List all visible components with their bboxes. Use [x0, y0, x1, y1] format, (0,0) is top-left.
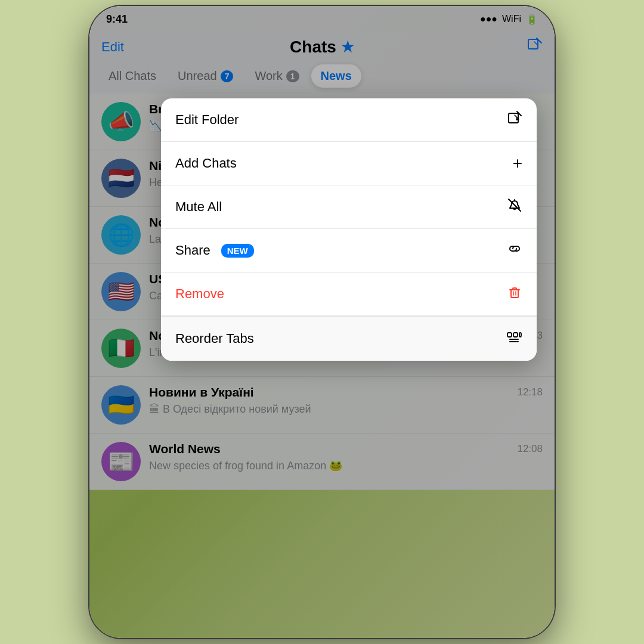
svg-rect-2: [511, 290, 518, 298]
new-badge: NEW: [221, 244, 254, 258]
context-menu: Edit Folder Add Chats + Mut: [161, 98, 537, 361]
link-icon: [507, 241, 522, 260]
menu-item-label: Edit Folder: [175, 112, 239, 128]
phone-frame: 9:41 ●●● WiFi 🔋 Edit Chats ★: [89, 6, 555, 638]
menu-item-label: Mute All: [175, 199, 222, 215]
svg-rect-5: [519, 333, 521, 337]
menu-item-label: Add Chats: [175, 156, 237, 171]
menu-item-share[interactable]: Share NEW: [161, 229, 537, 273]
bell-slash-icon: [507, 197, 522, 216]
plus-icon: +: [513, 154, 522, 173]
reorder-icon: [506, 329, 522, 349]
menu-item-mute-all[interactable]: Mute All: [161, 185, 537, 229]
menu-item-label: Share NEW: [175, 243, 254, 258]
svg-rect-4: [513, 333, 518, 337]
menu-item-label: Remove: [175, 286, 224, 302]
menu-item-label: Reorder Tabs: [175, 331, 254, 346]
menu-item-edit-folder[interactable]: Edit Folder: [161, 98, 537, 142]
menu-item-remove[interactable]: Remove: [161, 273, 537, 316]
trash-icon: [507, 284, 522, 304]
menu-item-reorder-tabs[interactable]: Reorder Tabs: [161, 317, 537, 361]
edit-folder-icon: [507, 110, 522, 129]
menu-item-add-chats[interactable]: Add Chats +: [161, 142, 537, 185]
screen: 9:41 ●●● WiFi 🔋 Edit Chats ★: [89, 6, 555, 638]
svg-rect-3: [507, 333, 512, 337]
